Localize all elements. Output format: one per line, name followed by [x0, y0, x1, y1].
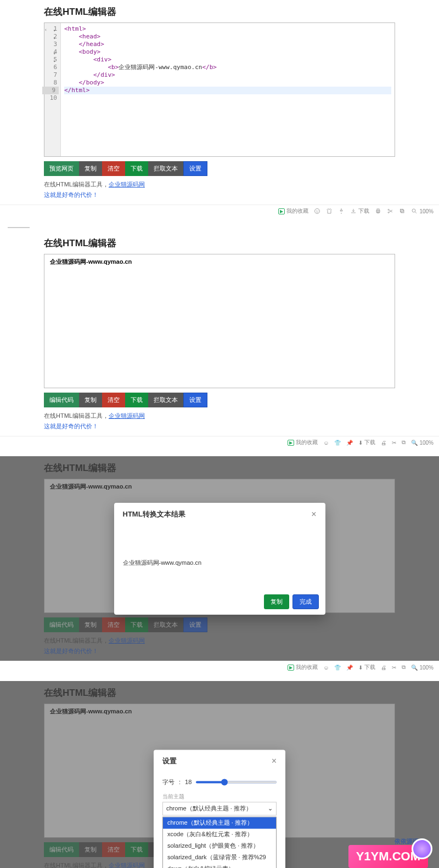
- chevron-down-icon: ⌄: [268, 805, 273, 812]
- clear-button[interactable]: 清空: [102, 393, 125, 407]
- footer-note: 在线HTML编辑器工具，企业猫源码网: [44, 412, 395, 420]
- clear-button[interactable]: 清空: [102, 161, 125, 176]
- svg-point-0: [315, 209, 320, 214]
- settings-button[interactable]: 设置: [183, 161, 207, 176]
- play-icon[interactable]: ▶我的收藏: [278, 207, 308, 215]
- tshirt-icon[interactable]: [326, 208, 333, 214]
- source-link[interactable]: 企业猫源码网: [109, 412, 145, 419]
- zoom-icon[interactable]: 🔍100%: [411, 440, 434, 446]
- settings-button[interactable]: 设置: [183, 393, 207, 407]
- close-icon[interactable]: ×: [272, 756, 277, 766]
- copy-icon[interactable]: [399, 208, 406, 214]
- font-size-slider[interactable]: [196, 781, 277, 783]
- footer-note: 在线HTML编辑器工具，企业猫源码网: [44, 180, 395, 189]
- theme-label: 当前主题: [162, 793, 277, 801]
- settings-modal: 设置 × 字号: 18 当前主题 chrome（默认经典主题 · 推荐） ⌄ c…: [154, 750, 285, 868]
- theme-option[interactable]: chrome（默认经典主题 · 推荐）: [163, 817, 276, 829]
- preview-button[interactable]: 预览网页: [44, 161, 79, 176]
- edit-code-button[interactable]: 编辑代码: [44, 393, 79, 407]
- page-title: 在线HTML编辑器: [44, 237, 395, 249]
- scissors-icon[interactable]: ✂: [392, 440, 396, 446]
- download-icon[interactable]: ⬇下载: [358, 663, 375, 671]
- print-icon[interactable]: 🖨: [381, 440, 386, 446]
- modal-title: HTML转换文本结果: [123, 509, 185, 519]
- pin-icon[interactable]: [338, 208, 345, 214]
- font-size-label: 字号: [162, 778, 175, 786]
- copy-button[interactable]: 复制: [79, 393, 102, 407]
- button-bar: 预览网页 复制 清空 下载 拦取文本 设置: [44, 161, 395, 176]
- extract-text-button[interactable]: 拦取文本: [148, 161, 183, 176]
- extract-text-button[interactable]: 拦取文本: [148, 393, 183, 407]
- play-icon[interactable]: ▶我的收藏: [288, 439, 318, 446]
- print-icon[interactable]: 🖨: [381, 665, 386, 671]
- modal-done-button[interactable]: 完成: [292, 594, 319, 609]
- code-lines[interactable]: <html> <head> </head> <body> <div> <b>企业…: [61, 23, 395, 156]
- modal-body: 企业猫源码网-www.qymao.cn: [114, 526, 325, 589]
- scissors-icon[interactable]: [387, 208, 393, 214]
- theme-option[interactable]: solarized_dark（蓝绿背景 · 推荐%29: [163, 852, 276, 863]
- zoom-icon[interactable]: 100%: [411, 208, 434, 214]
- magnifier-icon: [412, 838, 432, 859]
- svg-rect-4: [377, 209, 379, 211]
- preview-area: 企业猫源码网-www.qymao.cn: [44, 254, 395, 388]
- source-link[interactable]: 企业猫源码网: [109, 181, 145, 188]
- tshirt-icon[interactable]: 👕: [334, 440, 341, 446]
- panel-preview: 在线HTML编辑器 企业猫源码网-www.qymao.cn 编辑代码 复制 清空…: [0, 231, 439, 436]
- download-icon[interactable]: 下载: [350, 207, 369, 215]
- svg-rect-9: [401, 209, 403, 212]
- copy-icon[interactable]: ⧉: [402, 664, 406, 671]
- footer-tagline: 这就是好奇的代价！: [44, 422, 395, 430]
- button-bar: 编辑代码 复制 清空 下载 拦取文本 设置: [44, 393, 395, 407]
- zoom-icon[interactable]: 🔍100%: [411, 665, 434, 671]
- copy-icon[interactable]: ⧉: [402, 439, 406, 446]
- panel-code-editor: 在线HTML编辑器 ‹1▾ 2▾ 3 4▾ 5▾ 6 7 8 9 10 <htm…: [0, 0, 439, 205]
- browser-toolbar: ▶我的收藏 ☺ 👕 📌 ⬇下载 🖨 ✂ ⧉ 🔍100%: [0, 661, 439, 673]
- smile-icon[interactable]: [314, 208, 320, 214]
- copy-button[interactable]: 复制: [79, 161, 102, 176]
- watermark: 依依源码网 Y1YM.COM 软件/游戏/小程序/棋牌: [348, 845, 428, 868]
- font-size-value: 18: [185, 779, 192, 785]
- page-title: 在线HTML编辑器: [44, 5, 395, 18]
- svg-point-10: [412, 209, 415, 212]
- code-editor[interactable]: ‹1▾ 2▾ 3 4▾ 5▾ 6 7 8 9 10 <html> <head> …: [44, 22, 395, 157]
- download-button[interactable]: 下载: [125, 393, 148, 407]
- preview-content: 企业猫源码网-www.qymao.cn: [50, 258, 132, 265]
- download-icon[interactable]: ⬇下载: [358, 439, 375, 446]
- modal-copy-button[interactable]: 复制: [264, 594, 289, 609]
- svg-point-1: [317, 211, 317, 211]
- pin-icon[interactable]: 📌: [346, 665, 353, 671]
- modal-overlay[interactable]: 设置 × 字号: 18 当前主题 chrome（默认经典主题 · 推荐） ⌄ c…: [0, 681, 439, 868]
- divider: [8, 227, 30, 228]
- smile-icon[interactable]: ☺: [323, 665, 329, 671]
- svg-point-7: [388, 212, 389, 213]
- svg-rect-8: [401, 210, 404, 213]
- close-icon[interactable]: ×: [311, 509, 316, 519]
- slider-knob[interactable]: [221, 779, 228, 785]
- print-icon[interactable]: [375, 208, 381, 214]
- theme-option[interactable]: dawn（灰白&棕绿元素）: [163, 863, 276, 868]
- download-button[interactable]: 下载: [125, 161, 148, 176]
- theme-option[interactable]: xcode（灰白&粉红元素 · 推荐）: [163, 829, 276, 840]
- play-icon[interactable]: ▶我的收藏: [288, 663, 318, 671]
- footer-tagline: 这就是好奇的代价！: [44, 191, 395, 199]
- theme-dropdown: chrome（默认经典主题 · 推荐） xcode（灰白&粉红元素 · 推荐） …: [162, 816, 277, 868]
- browser-toolbar: ▶我的收藏 下载 100%: [0, 205, 439, 217]
- svg-point-2: [318, 211, 319, 211]
- theme-select[interactable]: chrome（默认经典主题 · 推荐） ⌄: [162, 802, 277, 815]
- editor-gutter: ‹1▾ 2▾ 3 4▾ 5▾ 6 7 8 9 10: [44, 23, 61, 156]
- theme-option[interactable]: solarized_light（护眼黄色 · 推荐）: [163, 840, 276, 852]
- pin-icon[interactable]: 📌: [346, 440, 353, 446]
- text-result-modal: HTML转换文本结果 × 企业猫源码网-www.qymao.cn 复制 完成: [114, 503, 325, 615]
- result-text: 企业猫源码网-www.qymao.cn: [123, 559, 317, 567]
- modal-overlay[interactable]: HTML转换文本结果 × 企业猫源码网-www.qymao.cn 复制 完成: [0, 456, 439, 661]
- scissors-icon[interactable]: ✂: [392, 665, 396, 671]
- browser-toolbar: ▶我的收藏 ☺ 👕 📌 ⬇下载 🖨 ✂ ⧉ 🔍100%: [0, 436, 439, 449]
- smile-icon[interactable]: ☺: [323, 440, 329, 446]
- svg-point-6: [388, 209, 389, 211]
- tshirt-icon[interactable]: 👕: [334, 665, 341, 671]
- modal-title: 设置: [162, 756, 177, 766]
